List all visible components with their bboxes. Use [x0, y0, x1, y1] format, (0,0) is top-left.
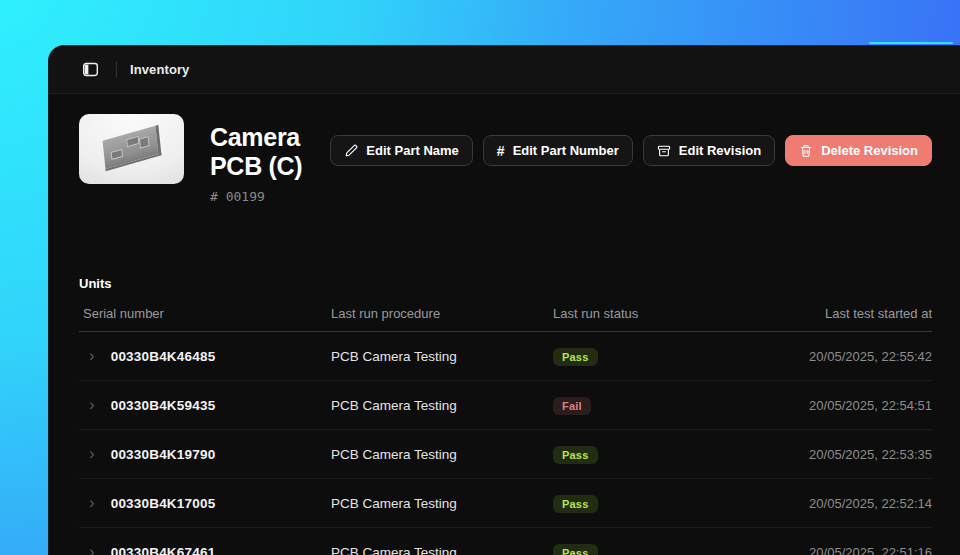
unit-procedure: PCB Camera Testing [331, 349, 553, 364]
chevron-right-icon[interactable]: › [89, 445, 95, 462]
serial-cell: › 00330B4K46485 [79, 348, 331, 365]
part-number: # 00199 [210, 189, 304, 204]
status-cell: Pass [553, 347, 712, 366]
table-row[interactable]: › 00330B4K59435 PCB Camera Testing Fail … [79, 381, 932, 430]
chevron-right-icon[interactable]: › [89, 494, 95, 511]
col-last-run-procedure: Last run procedure [331, 306, 553, 321]
serial-cell: › 00330B4K67461 [79, 544, 331, 555]
unit-last-test: 20/05/2025, 22:52:14 [712, 496, 932, 511]
table-row[interactable]: › 00330B4K67461 PCB Camera Testing Pass … [79, 528, 932, 555]
table-body: › 00330B4K46485 PCB Camera Testing Pass … [79, 332, 932, 555]
unit-serial: 00330B4K67461 [111, 545, 216, 555]
serial-cell: › 00330B4K19790 [79, 446, 331, 463]
edit-revision-button[interactable]: Edit Revision [643, 135, 775, 166]
col-last-test-started-at: Last test started at [712, 306, 932, 321]
background: Inventory Camera PCB (C) # 00199 [0, 0, 960, 555]
delete-revision-button[interactable]: Delete Revision [785, 135, 932, 166]
status-badge: Pass [553, 446, 598, 464]
unit-last-test: 20/05/2025, 22:53:35 [712, 447, 932, 462]
unit-procedure: PCB Camera Testing [331, 545, 553, 555]
col-serial-number: Serial number [79, 306, 331, 321]
unit-last-test: 20/05/2025, 22:51:16 [712, 545, 932, 555]
hash-icon: # [497, 144, 505, 158]
edit-part-number-button[interactable]: # Edit Part Number [483, 135, 633, 166]
unit-procedure: PCB Camera Testing [331, 447, 553, 462]
unit-procedure: PCB Camera Testing [331, 398, 553, 413]
chevron-right-icon[interactable]: › [89, 396, 95, 413]
serial-cell: › 00330B4K59435 [79, 397, 331, 414]
unit-serial: 00330B4K59435 [111, 398, 216, 413]
breadcrumb: Inventory [130, 62, 189, 77]
status-badge: Pass [553, 348, 598, 366]
edit-part-name-button[interactable]: Edit Part Name [330, 135, 472, 166]
status-badge: Pass [553, 544, 598, 555]
panel-icon [82, 61, 99, 78]
chevron-right-icon[interactable]: › [89, 347, 95, 364]
col-last-run-status: Last run status [553, 306, 712, 321]
trash-icon [799, 144, 813, 158]
table-row[interactable]: › 00330B4K19790 PCB Camera Testing Pass … [79, 430, 932, 479]
status-cell: Pass [553, 445, 712, 464]
unit-serial: 00330B4K19790 [111, 447, 216, 462]
part-header: Camera PCB (C) # 00199 Edit Part Name # [79, 114, 932, 204]
units-title: Units [79, 276, 932, 291]
status-badge: Fail [553, 397, 591, 415]
status-cell: Fail [553, 396, 712, 415]
part-meta: Camera PCB (C) # 00199 [210, 114, 304, 204]
unit-last-test: 20/05/2025, 22:54:51 [712, 398, 932, 413]
topbar-divider [116, 62, 117, 78]
table-row[interactable]: › 00330B4K46485 PCB Camera Testing Pass … [79, 332, 932, 381]
unit-serial: 00330B4K46485 [111, 349, 216, 364]
topbar: Inventory [49, 46, 960, 94]
accent-streak [869, 42, 953, 44]
archive-icon [657, 144, 671, 158]
status-cell: Pass [553, 543, 712, 555]
part-thumbnail [79, 114, 184, 184]
status-badge: Pass [553, 495, 598, 513]
part-actions: Edit Part Name # Edit Part Number [330, 114, 932, 166]
part-title: Camera PCB (C) [210, 123, 304, 181]
sidebar-toggle-button[interactable] [77, 57, 103, 83]
app-window: Inventory Camera PCB (C) # 00199 [48, 45, 960, 555]
button-label: Edit Revision [679, 143, 761, 158]
table-row[interactable]: › 00330B4K17005 PCB Camera Testing Pass … [79, 479, 932, 528]
button-label: Edit Part Number [513, 143, 619, 158]
unit-procedure: PCB Camera Testing [331, 496, 553, 511]
button-label: Delete Revision [821, 143, 918, 158]
serial-cell: › 00330B4K17005 [79, 495, 331, 512]
unit-last-test: 20/05/2025, 22:55:42 [712, 349, 932, 364]
chevron-right-icon[interactable]: › [89, 543, 95, 555]
button-label: Edit Part Name [366, 143, 458, 158]
unit-serial: 00330B4K17005 [111, 496, 216, 511]
pencil-icon [344, 144, 358, 158]
status-cell: Pass [553, 494, 712, 513]
pcb-image [103, 125, 162, 171]
main-content: Camera PCB (C) # 00199 Edit Part Name # [49, 94, 960, 555]
table-header: Serial number Last run procedure Last ru… [79, 306, 932, 332]
